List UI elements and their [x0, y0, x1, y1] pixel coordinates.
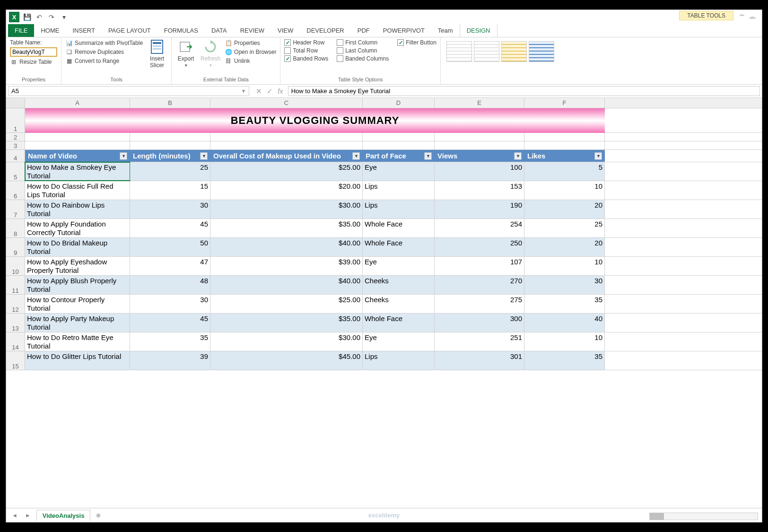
cell[interactable]: 35: [524, 295, 605, 313]
cell[interactable]: 190: [435, 200, 524, 218]
cell[interactable]: 39: [130, 351, 210, 370]
tab-pdf[interactable]: PDF: [351, 24, 376, 37]
row-header[interactable]: 4: [6, 150, 25, 162]
cell[interactable]: 275: [435, 295, 524, 313]
cell[interactable]: [363, 141, 435, 149]
cell[interactable]: How to Do Glitter Lips Tutorial: [25, 351, 130, 370]
cell[interactable]: [210, 141, 363, 149]
cell[interactable]: $39.00: [210, 257, 363, 275]
cell[interactable]: Cheeks: [363, 276, 435, 294]
cell[interactable]: Whole Face: [363, 219, 435, 237]
cell[interactable]: 270: [435, 276, 524, 294]
cell[interactable]: 40: [524, 314, 605, 332]
cell[interactable]: Eye: [363, 332, 435, 351]
horizontal-scrollbar[interactable]: [649, 513, 758, 520]
cell[interactable]: $45.00: [210, 351, 363, 370]
cell[interactable]: 301: [435, 351, 524, 370]
row-header[interactable]: 6: [6, 181, 25, 200]
row-header[interactable]: 9: [6, 238, 25, 257]
cell[interactable]: Lips: [363, 200, 435, 218]
undo-icon[interactable]: ↶: [35, 12, 44, 22]
table-name-input[interactable]: [10, 47, 57, 57]
tab-home[interactable]: HOME: [34, 24, 66, 37]
cell[interactable]: How to Do Retro Matte Eye Tutorial: [25, 332, 130, 351]
enter-icon[interactable]: ✓: [267, 87, 273, 96]
row-header[interactable]: 13: [6, 314, 25, 332]
cell[interactable]: 50: [130, 238, 210, 256]
row-header[interactable]: 5: [6, 162, 25, 181]
row-header[interactable]: 1: [6, 108, 25, 133]
cell[interactable]: How to Apply Foundation Correctly Tutori…: [25, 219, 130, 237]
qat-menu-icon[interactable]: ▾: [59, 12, 69, 22]
cell[interactable]: Whole Face: [363, 238, 435, 256]
row-header[interactable]: 7: [6, 200, 25, 219]
column-header[interactable]: A: [25, 98, 130, 108]
cell[interactable]: 30: [130, 295, 210, 313]
first-column-checkbox[interactable]: First Column: [337, 39, 389, 46]
table-header-cell[interactable]: Likes▾: [524, 150, 605, 162]
remove-duplicates-button[interactable]: ❏Remove Duplicates: [65, 48, 143, 56]
new-sheet-icon[interactable]: ⊕: [94, 512, 103, 519]
cell[interactable]: Eye: [363, 257, 435, 275]
table-header-cell[interactable]: Name of Video▾: [25, 150, 130, 162]
resize-table-button[interactable]: ⊞Resize Table: [10, 58, 57, 66]
cell[interactable]: 25: [130, 162, 210, 181]
cell[interactable]: 30: [130, 200, 210, 218]
cell[interactable]: 45: [130, 219, 210, 237]
cell[interactable]: [25, 133, 130, 141]
cell[interactable]: $30.00: [210, 200, 363, 218]
cell[interactable]: [130, 141, 210, 149]
filter-dropdown-icon[interactable]: ▾: [352, 152, 360, 160]
convert-range-button[interactable]: ▦Convert to Range: [65, 57, 143, 65]
save-icon[interactable]: 💾: [22, 12, 32, 22]
cells[interactable]: BEAUTY VLOGGING SUMMARYName of Video▾Len…: [25, 108, 762, 508]
filter-dropdown-icon[interactable]: ▾: [424, 152, 432, 160]
cell[interactable]: [524, 141, 605, 149]
row-header[interactable]: 12: [6, 295, 25, 314]
cell[interactable]: [25, 141, 130, 149]
tab-powerpivot[interactable]: POWERPIVOT: [376, 24, 431, 37]
fx-icon[interactable]: fx: [278, 87, 283, 96]
row-header[interactable]: 2: [6, 133, 25, 141]
cell[interactable]: 45: [130, 314, 210, 332]
tab-developer[interactable]: DEVELOPER: [300, 24, 350, 37]
cell[interactable]: 25: [524, 219, 605, 237]
sheet-tab[interactable]: VideoAnalysis: [36, 510, 91, 521]
table-styles-gallery[interactable]: [445, 39, 758, 64]
last-column-checkbox[interactable]: Last Column: [337, 47, 389, 54]
column-header[interactable]: E: [435, 98, 524, 108]
banded-rows-checkbox[interactable]: Banded Rows: [284, 55, 328, 62]
cell[interactable]: 107: [435, 257, 524, 275]
refresh-button[interactable]: Refresh▾: [200, 39, 221, 68]
select-all-corner[interactable]: [6, 98, 25, 108]
cell[interactable]: 10: [524, 257, 605, 275]
cell[interactable]: How to Make a Smokey Eye Tutorial: [25, 162, 130, 181]
column-header[interactable]: B: [130, 98, 210, 108]
row-header[interactable]: 14: [6, 332, 25, 351]
cell[interactable]: 20: [524, 238, 605, 256]
cell[interactable]: How to Do Bridal Makeup Tutorial: [25, 238, 130, 256]
cell[interactable]: 5: [524, 162, 605, 181]
cell[interactable]: [210, 133, 363, 141]
name-box[interactable]: A5▼: [8, 86, 249, 96]
cell[interactable]: $30.00: [210, 332, 363, 351]
cell[interactable]: $35.00: [210, 314, 363, 332]
cell[interactable]: 15: [130, 181, 210, 200]
formula-bar[interactable]: How to Make a Smokey Eye Tutorial: [288, 86, 760, 96]
column-header[interactable]: F: [524, 98, 605, 108]
cell[interactable]: Whole Face: [363, 314, 435, 332]
tab-scroll-left-icon[interactable]: ◄: [10, 512, 19, 519]
style-thumb[interactable]: [446, 41, 472, 62]
cell[interactable]: 300: [435, 314, 524, 332]
cell[interactable]: 10: [524, 332, 605, 351]
row-header[interactable]: 3: [6, 141, 25, 150]
tab-design[interactable]: DESIGN: [460, 24, 497, 37]
cell[interactable]: 35: [524, 351, 605, 370]
cell[interactable]: 250: [435, 238, 524, 256]
summarize-pivottable-button[interactable]: 📊Summarize with PivotTable: [65, 39, 143, 47]
column-header[interactable]: D: [363, 98, 435, 108]
table-header-cell[interactable]: Overall Cost of Makeup Used in Video▾: [210, 150, 363, 162]
cell[interactable]: Lips: [363, 181, 435, 200]
table-header-cell[interactable]: Views▾: [435, 150, 524, 162]
cell[interactable]: [435, 141, 524, 149]
